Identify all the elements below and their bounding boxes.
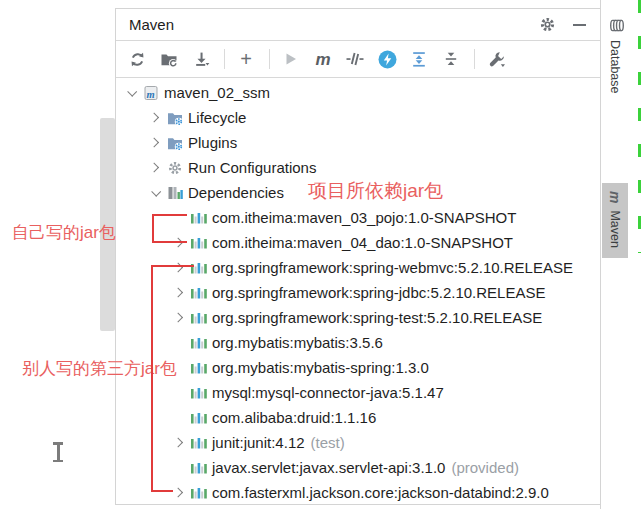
collapse-all-icon[interactable] — [440, 48, 462, 70]
tree-item-run-configurations[interactable]: Run Configurations — [116, 155, 600, 180]
chevron-right-icon[interactable] — [144, 130, 166, 155]
background-scrollbar[interactable] — [100, 118, 115, 331]
chevron-right-icon[interactable] — [168, 305, 190, 330]
dependency-label: org.mybatis:mybatis-spring:1.3.0 — [212, 359, 429, 376]
tree-item-dependency[interactable]: com.itheima:maven_03_pojo:1.0-SNAPSHOT — [116, 205, 600, 230]
library-icon — [190, 334, 208, 352]
dependency-scope: (provided) — [451, 459, 519, 476]
generate-sources-icon[interactable] — [158, 48, 180, 70]
library-icon — [190, 309, 208, 327]
folder-gear-icon — [166, 134, 184, 152]
chevron-right-icon[interactable] — [168, 280, 190, 305]
tree-item-dependency[interactable]: javax.servlet:javax.servlet-api:3.1.0 (p… — [116, 455, 600, 480]
dependency-label: com.alibaba:druid:1.1.16 — [212, 409, 376, 426]
database-icon — [605, 18, 625, 33]
maven-module-icon: m — [142, 84, 160, 102]
tree-item-dependency[interactable]: org.mybatis:mybatis-spring:1.3.0 — [116, 355, 600, 380]
maven-m-icon: m — [608, 191, 622, 203]
minimize-icon[interactable] — [570, 16, 588, 34]
tree-item-plugins[interactable]: Plugins — [116, 130, 600, 155]
folder-gear-icon — [166, 109, 184, 127]
maven-project-tree: m maven_02_ssm Lifecycle — [116, 78, 600, 505]
dependency-list: com.itheima:maven_03_pojo:1.0-SNAPSHOT c… — [116, 205, 600, 505]
svg-text:m: m — [147, 88, 155, 99]
dependency-scope: (test) — [311, 434, 345, 451]
chevron-right-icon[interactable] — [168, 255, 190, 280]
tree-item-dependency[interactable]: org.springframework:spring-jdbc:5.2.10.R… — [116, 280, 600, 305]
toggle-skip-tests-icon[interactable] — [344, 48, 366, 70]
library-icon — [190, 259, 208, 277]
library-icon — [190, 434, 208, 452]
tree-item-dependency[interactable]: org.mybatis:mybatis:3.5.6 — [116, 330, 600, 355]
maven-tool-window: Maven — [115, 8, 601, 505]
library-group-icon — [166, 184, 184, 202]
tree-item-lifecycle[interactable]: Lifecycle — [116, 105, 600, 130]
chevron-right-icon[interactable] — [168, 430, 190, 455]
dependency-label: com.itheima:maven_04_dao:1.0-SNAPSHOT — [212, 234, 513, 251]
dependency-label: com.itheima:maven_03_pojo:1.0-SNAPSHOT — [212, 209, 516, 226]
dependency-label: javax.servlet:javax.servlet-api:3.1.0 — [212, 459, 445, 476]
tree-item-dependency[interactable]: com.alibaba:druid:1.1.16 — [116, 405, 600, 430]
chevron-right-icon[interactable] — [144, 105, 166, 130]
tree-item-dependency[interactable]: org.springframework:spring-test:5.2.10.R… — [116, 305, 600, 330]
download-sources-icon[interactable] — [190, 48, 212, 70]
tab-maven[interactable]: m Maven — [602, 183, 628, 258]
library-icon — [190, 384, 208, 402]
maven-toolbar: + m — [116, 41, 600, 78]
tree-item-project-root[interactable]: m maven_02_ssm — [116, 80, 600, 105]
reimport-all-icon[interactable] — [126, 48, 148, 70]
library-icon — [190, 359, 208, 377]
tree-item-dependency[interactable]: org.springframework:spring-webmvc:5.2.10… — [116, 255, 600, 280]
execute-maven-goal-icon[interactable]: m — [312, 48, 334, 70]
text-cursor — [52, 442, 65, 462]
screen-capture-border — [638, 0, 641, 253]
library-icon — [190, 409, 208, 427]
dependency-label: org.mybatis:mybatis:3.5.6 — [212, 334, 383, 351]
library-icon — [190, 484, 208, 502]
chevron-down-icon[interactable] — [120, 80, 142, 105]
dependency-label: org.springframework:spring-test:5.2.10.R… — [212, 309, 542, 326]
chevron-right-icon[interactable] — [144, 155, 166, 180]
panel-title: Maven — [129, 16, 174, 33]
tree-item-dependency[interactable]: junit:junit:4.12 (test) — [116, 430, 600, 455]
chevron-right-icon[interactable] — [168, 480, 190, 505]
maven-settings-icon[interactable] — [485, 48, 507, 70]
maven-titlebar: Maven — [116, 9, 600, 41]
tree-item-dependency[interactable]: mysql:mysql-connector-java:5.1.47 — [116, 380, 600, 405]
library-icon — [190, 284, 208, 302]
screenshot-stage: Maven — [0, 0, 644, 509]
dependency-label: org.springframework:spring-webmvc:5.2.10… — [212, 259, 573, 276]
run-maven-build-icon[interactable] — [280, 48, 302, 70]
project-root-label: maven_02_ssm — [164, 84, 270, 101]
chevron-right-icon[interactable] — [168, 230, 190, 255]
dependency-label: junit:junit:4.12 — [212, 434, 305, 451]
tree-item-dependency[interactable]: com.itheima:maven_04_dao:1.0-SNAPSHOT — [116, 230, 600, 255]
chevron-down-icon[interactable] — [144, 180, 166, 205]
library-icon — [190, 234, 208, 252]
expand-all-icon[interactable] — [408, 48, 430, 70]
dependency-label: org.springframework:spring-jdbc:5.2.10.R… — [212, 284, 546, 301]
dependency-label: mysql:mysql-connector-java:5.1.47 — [212, 384, 444, 401]
add-maven-project-icon[interactable]: + — [235, 48, 257, 70]
gear-icon — [166, 159, 184, 177]
library-icon — [190, 209, 208, 227]
tab-database[interactable]: Database — [602, 10, 628, 104]
tree-item-dependencies[interactable]: Dependencies — [116, 180, 600, 205]
library-icon — [190, 459, 208, 477]
dependency-label: com.fasterxml.jackson.core:jackson-datab… — [212, 484, 549, 501]
tree-item-dependency[interactable]: com.fasterxml.jackson.core:jackson-datab… — [116, 480, 600, 505]
toggle-offline-mode-icon[interactable] — [376, 48, 398, 70]
gear-icon[interactable] — [538, 16, 556, 34]
